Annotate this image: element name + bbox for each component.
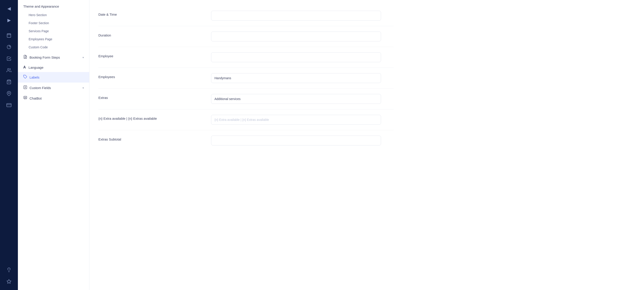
form-input-wrap-date-time <box>211 11 394 21</box>
svg-rect-8 <box>7 104 11 107</box>
form-input-wrap-extra-available <box>211 115 394 125</box>
form-row-date-time: Date & Time <box>98 5 394 26</box>
svg-rect-20 <box>24 96 27 99</box>
form-label-employee: Employee <box>98 52 206 58</box>
nav-label: Employees Page <box>28 37 52 41</box>
form-row-employees: Employees <box>98 68 394 89</box>
svg-point-7 <box>8 92 10 94</box>
nav-location-icon[interactable] <box>4 89 14 98</box>
nav-label: Labels <box>30 75 39 79</box>
nav-finance-icon[interactable] <box>4 100 14 110</box>
nav-arrow-left[interactable]: ◀ <box>4 4 14 14</box>
nav-label: Theme and Appearance <box>23 5 59 8</box>
nav-people-icon[interactable] <box>4 65 14 75</box>
nav-arrow-right[interactable]: ▶ <box>4 15 14 25</box>
svg-point-21 <box>24 97 25 98</box>
form-row-extras-subtotal: Extras Subtotal <box>98 130 394 151</box>
svg-point-5 <box>8 69 9 70</box>
nav-label: ChatBot <box>30 96 42 100</box>
form-rows: Date & TimeDurationEmployeeEmployeesExtr… <box>98 5 394 151</box>
nav-label: Footer Section <box>28 21 49 25</box>
nav-calendar-icon[interactable] <box>4 31 14 40</box>
nav-checklist-icon[interactable] <box>4 54 14 64</box>
language-icon: A <box>23 65 26 69</box>
form-input-employees[interactable] <box>211 73 381 83</box>
svg-rect-0 <box>7 34 11 38</box>
nav-chart-icon[interactable] <box>4 42 14 52</box>
custom-fields-icon <box>23 85 27 90</box>
form-label-extras: Extras <box>98 94 206 100</box>
booking-form-steps-arrow <box>82 56 84 59</box>
nav-label: Custom Fields <box>30 86 51 90</box>
nav-language[interactable]: A Language <box>18 63 89 72</box>
form-label-date-time: Date & Time <box>98 11 206 16</box>
nav-chatbot[interactable]: ChatBot <box>18 93 89 104</box>
nav-label: Language <box>28 66 44 69</box>
nav-theme-appearance[interactable]: Theme and Appearance <box>18 2 89 11</box>
nav-custom-code[interactable]: Custom Code <box>18 43 89 51</box>
icon-sidebar: ◀ ▶ <box>0 0 18 290</box>
custom-fields-arrow <box>82 86 84 90</box>
form-input-extra-available[interactable] <box>211 115 381 125</box>
nav-services-page[interactable]: Services Page <box>18 27 89 35</box>
nav-label: Services Page <box>28 29 49 33</box>
form-input-wrap-extras-subtotal <box>211 136 394 145</box>
svg-point-22 <box>26 97 26 98</box>
form-input-wrap-duration <box>211 32 394 41</box>
booking-form-steps-icon <box>23 55 27 60</box>
chatbot-icon <box>23 96 27 101</box>
nav-hero-section[interactable]: Hero Section <box>18 11 89 19</box>
form-container: Date & TimeDurationEmployeeEmployeesExtr… <box>90 0 402 156</box>
nav-custom-fields[interactable]: Custom Fields <box>18 83 89 93</box>
nav-labels[interactable]: Labels <box>18 72 89 83</box>
form-label-employees: Employees <box>98 73 206 79</box>
form-input-extras-subtotal[interactable] <box>211 136 381 145</box>
left-nav-panel: Theme and Appearance Hero Section Footer… <box>18 0 90 290</box>
form-label-extra-available: {n} Extra available | {n} Extras availab… <box>98 115 206 120</box>
nav-bulb-icon[interactable] <box>4 265 14 275</box>
nav-booking-form-steps[interactable]: Booking Form Steps <box>18 52 89 63</box>
form-input-extras[interactable] <box>211 94 381 104</box>
nav-footer-section[interactable]: Footer Section <box>18 19 89 27</box>
svg-marker-12 <box>7 279 11 283</box>
nav-star-icon[interactable] <box>4 276 14 286</box>
nav-bag-icon[interactable] <box>4 77 14 87</box>
labels-icon <box>23 75 27 80</box>
form-row-duration: Duration <box>98 26 394 47</box>
nav-label: Custom Code <box>28 46 48 49</box>
form-row-extras: Extras <box>98 89 394 109</box>
form-row-employee: Employee <box>98 47 394 68</box>
form-row-extra-available: {n} Extra available | {n} Extras availab… <box>98 109 394 130</box>
form-input-employee[interactable] <box>211 52 381 62</box>
form-label-duration: Duration <box>98 32 206 37</box>
form-input-wrap-extras <box>211 94 394 104</box>
nav-label: Booking Form Steps <box>30 56 60 59</box>
form-input-wrap-employee <box>211 52 394 62</box>
form-input-date-time[interactable] <box>211 11 381 21</box>
form-input-duration[interactable] <box>211 32 381 41</box>
nav-employees-page[interactable]: Employees Page <box>18 35 89 43</box>
nav-label: Hero Section <box>28 13 47 17</box>
main-content: Date & TimeDurationEmployeeEmployeesExtr… <box>90 0 644 290</box>
form-input-wrap-employees <box>211 73 394 83</box>
form-label-extras-subtotal: Extras Subtotal <box>98 136 206 141</box>
